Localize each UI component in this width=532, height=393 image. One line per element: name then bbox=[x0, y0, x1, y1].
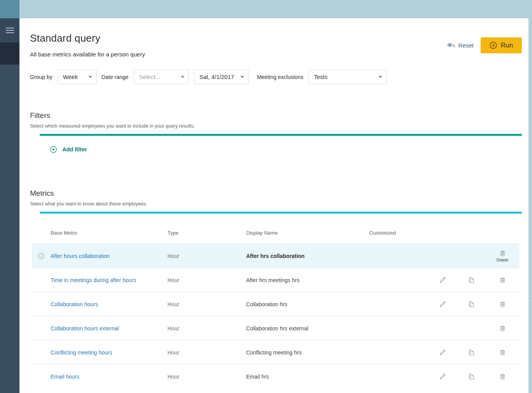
delete-button[interactable] bbox=[486, 276, 519, 284]
table-row[interactable]: After hours collaboration Hour After hrs… bbox=[32, 244, 519, 268]
chevron-down-icon bbox=[181, 76, 185, 78]
edit-button[interactable] bbox=[428, 373, 457, 380]
col-base-metric: Base Metric bbox=[51, 230, 167, 236]
top-app-bar bbox=[19, 0, 532, 18]
metric-display-name: Conflicting meeting hrs bbox=[246, 349, 369, 356]
left-sidebar bbox=[0, 0, 19, 393]
col-type: Type bbox=[167, 230, 246, 236]
table-row[interactable]: Collaboration hours external Hour Collab… bbox=[32, 316, 519, 340]
metrics-accent-bar bbox=[40, 212, 522, 214]
metrics-title: Metrics bbox=[30, 189, 522, 198]
group-by-dropdown[interactable]: Week bbox=[58, 70, 97, 84]
metrics-description: Select what you want to know about these… bbox=[30, 201, 522, 207]
filters-title: Filters bbox=[30, 111, 522, 120]
table-row[interactable]: Conflicting meeting hours Hour Conflicti… bbox=[32, 340, 519, 364]
delete-button[interactable]: Delete bbox=[486, 249, 519, 262]
undo-icon bbox=[447, 42, 455, 49]
start-date-dropdown[interactable]: Sat, 4/1/2017 bbox=[194, 70, 248, 84]
chevron-down-icon bbox=[379, 76, 382, 78]
reset-button[interactable]: Reset bbox=[447, 42, 474, 49]
delete-button[interactable] bbox=[486, 325, 519, 332]
base-metric-link[interactable]: Collaboration hours external bbox=[51, 325, 167, 332]
meeting-exclusions-value: Tests bbox=[314, 74, 328, 80]
table-row[interactable]: Email hours Hour Email hrs bbox=[32, 364, 519, 388]
metric-type: Hour bbox=[167, 253, 246, 259]
copy-button[interactable] bbox=[457, 349, 486, 356]
sidebar-top-square bbox=[0, 0, 19, 18]
metric-type: Hour bbox=[167, 349, 246, 356]
metric-display-name: Collaboration hrs external bbox=[246, 325, 369, 332]
chevron-down-icon bbox=[240, 76, 244, 78]
date-range-label: Date range bbox=[102, 74, 129, 80]
metric-type: Hour bbox=[167, 277, 246, 283]
table-row[interactable]: Collaboration hours Hour Collaboration h… bbox=[32, 292, 519, 316]
query-controls: Group by Week Date range Select... Sat, … bbox=[30, 70, 522, 84]
edit-button[interactable] bbox=[428, 276, 457, 284]
header-actions: Reset Run bbox=[447, 37, 522, 53]
metric-type: Hour bbox=[167, 301, 246, 307]
base-metric-link[interactable]: Collaboration hours bbox=[51, 301, 167, 307]
edit-button[interactable] bbox=[428, 349, 457, 356]
info-icon[interactable] bbox=[38, 253, 44, 259]
run-button[interactable]: Run bbox=[481, 37, 522, 53]
main-panel: Reset Run Standard query All base metric… bbox=[19, 18, 528, 393]
metric-display-name: After hrs collaboration bbox=[246, 253, 369, 259]
date-range-placeholder: Select... bbox=[139, 74, 160, 80]
copy-button[interactable] bbox=[457, 276, 486, 284]
metric-display-name: Collaboration hrs bbox=[246, 301, 369, 307]
scrollbar-mark[interactable]: › bbox=[530, 296, 532, 300]
col-display-name: Display Name bbox=[246, 230, 369, 236]
base-metric-link[interactable]: Email hours bbox=[51, 374, 167, 380]
metrics-table: Base Metric Type Display Name Customized… bbox=[32, 222, 519, 388]
filters-accent-bar bbox=[40, 134, 522, 136]
metric-display-name: Email hrs bbox=[246, 374, 369, 380]
sidebar-active-item[interactable] bbox=[0, 42, 19, 65]
table-header-row: Base Metric Type Display Name Customized bbox=[32, 222, 519, 244]
start-date-value: Sat, 4/1/2017 bbox=[199, 74, 234, 80]
base-metric-link[interactable]: Time in meetings during after hours bbox=[51, 277, 167, 283]
chevron-down-icon bbox=[88, 76, 92, 78]
copy-button[interactable] bbox=[457, 373, 486, 380]
base-metric-link[interactable]: Conflicting meeting hours bbox=[51, 349, 167, 356]
filters-section: Filters Select which measured employees … bbox=[30, 111, 522, 153]
plus-circle-icon bbox=[50, 146, 57, 153]
add-filter-button[interactable]: Add filter bbox=[50, 146, 87, 153]
edit-button[interactable] bbox=[428, 300, 457, 308]
add-filter-label: Add filter bbox=[62, 146, 87, 153]
copy-button[interactable] bbox=[457, 300, 486, 308]
reset-label: Reset bbox=[458, 42, 474, 49]
delete-caption: Delete bbox=[497, 258, 508, 262]
delete-button[interactable] bbox=[486, 349, 519, 356]
group-by-value: Week bbox=[63, 74, 78, 80]
date-range-dropdown[interactable]: Select... bbox=[134, 70, 189, 84]
run-label: Run bbox=[501, 42, 513, 49]
group-by-label: Group by bbox=[30, 74, 53, 80]
metric-display-name: After hrs meetings hrs bbox=[246, 277, 369, 283]
delete-button[interactable] bbox=[486, 300, 519, 308]
menu-toggle-button[interactable] bbox=[0, 18, 19, 42]
meeting-exclusions-label: Meeting exclusions bbox=[257, 74, 303, 80]
delete-button[interactable] bbox=[486, 373, 519, 380]
meeting-exclusions-dropdown[interactable]: Tests bbox=[308, 70, 387, 84]
table-row[interactable]: Time in meetings during after hours Hour… bbox=[32, 268, 519, 292]
play-circle-icon bbox=[490, 42, 497, 49]
metric-type: Hour bbox=[167, 325, 246, 332]
base-metric-link[interactable]: After hours collaboration bbox=[51, 253, 167, 259]
metric-type: Hour bbox=[167, 374, 246, 380]
filters-description: Select which measured employees you want… bbox=[30, 123, 522, 129]
col-customized: Customized bbox=[369, 230, 428, 236]
metrics-section: Metrics Select what you want to know abo… bbox=[30, 189, 522, 388]
hamburger-icon bbox=[6, 26, 14, 35]
